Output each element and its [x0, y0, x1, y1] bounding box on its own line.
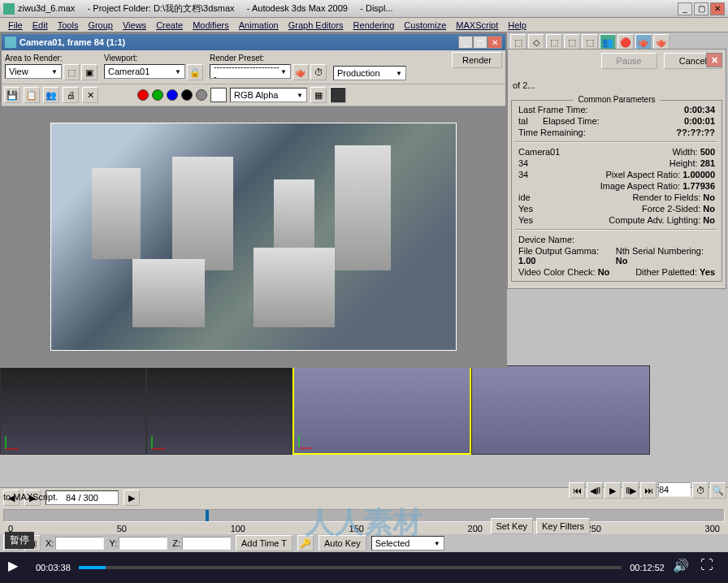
value: No: [703, 192, 715, 202]
clone-icon[interactable]: 👥: [43, 87, 59, 103]
viewport-left[interactable]: [0, 365, 146, 455]
render-progress-panel: ✕ Pause Cancel of 2... Common Parameters…: [507, 49, 726, 289]
label: Device Name:: [518, 235, 574, 244]
setkey-button[interactable]: Set Key: [491, 518, 534, 534]
prev-frame-icon[interactable]: ◀Ⅱ: [587, 482, 603, 499]
autokey-button[interactable]: Auto Key: [318, 535, 366, 551]
tool-icon[interactable]: 👥: [600, 34, 616, 50]
volume-icon[interactable]: 🔊: [673, 558, 692, 577]
minimize-button[interactable]: _: [678, 2, 692, 15]
next-icon[interactable]: ▶: [124, 490, 140, 506]
close-button[interactable]: ✕: [710, 2, 725, 15]
print-icon[interactable]: 🖨: [63, 87, 79, 103]
blue-channel-icon[interactable]: [167, 89, 178, 101]
teapot-icon[interactable]: 🫖: [653, 34, 670, 50]
toggle-icon[interactable]: [330, 87, 346, 103]
mono-channel-icon[interactable]: [196, 89, 207, 101]
menu-group[interactable]: Group: [83, 20, 118, 30]
z-input[interactable]: [182, 537, 231, 550]
keyfilters-button[interactable]: Key Filters: [536, 518, 590, 534]
menu-tools[interactable]: Tools: [53, 20, 84, 30]
color-swatch[interactable]: [210, 88, 227, 102]
menu-maxscript[interactable]: MAXScript: [451, 20, 503, 30]
selected-dropdown[interactable]: Selected▼: [371, 536, 444, 551]
tool-icon[interactable]: ⬚: [510, 34, 526, 50]
render-maximize-button[interactable]: ▢: [473, 36, 488, 49]
addtime-button[interactable]: Add Time T: [236, 535, 292, 551]
status-line: to MAXScript.: [3, 492, 58, 502]
value: 1.00: [518, 256, 535, 266]
teapot-icon[interactable]: 🫖: [635, 34, 652, 50]
production-dropdown[interactable]: Production▼: [333, 66, 406, 80]
copy-icon[interactable]: 📋: [24, 87, 40, 103]
save-icon[interactable]: 💾: [4, 87, 20, 103]
menu-grapheditors[interactable]: Graph Editors: [284, 20, 349, 30]
total-time: 00:12:52: [630, 563, 665, 572]
area-dropdown[interactable]: View▼: [5, 64, 62, 79]
menu-create[interactable]: Create: [151, 20, 188, 30]
overlay-icon[interactable]: ▦: [310, 87, 327, 103]
label: tal Elapsed Time:: [518, 116, 600, 126]
viewport-value: Camera01: [108, 67, 150, 76]
viewport-front[interactable]: [146, 365, 292, 455]
value: ??:??:??: [676, 127, 715, 137]
axis-icon: [297, 434, 314, 450]
track-ticks: 0 50 100 150 200 250 300: [0, 524, 728, 533]
viewport-camera-selected[interactable]: [292, 365, 471, 455]
tool-icon[interactable]: ⬚: [582, 34, 598, 50]
pause-button[interactable]: Pause: [601, 53, 657, 69]
filename: ziwu3d_6.max: [18, 3, 75, 13]
x-input[interactable]: [55, 537, 104, 550]
viewport-dropdown[interactable]: Camera01▼: [104, 64, 185, 79]
menu-modifiers[interactable]: Modifiers: [188, 20, 234, 30]
goto-end-icon[interactable]: ⏭: [640, 482, 656, 499]
next-frame-icon[interactable]: Ⅱ▶: [622, 482, 639, 499]
viewport-perspective[interactable]: [471, 365, 650, 455]
video-progress-fill: [79, 566, 106, 569]
setkey-row: Set Key Key Filters: [491, 518, 591, 534]
menu-customize[interactable]: Customize: [399, 20, 451, 30]
progress-close-button[interactable]: ✕: [706, 53, 722, 67]
clock-icon[interactable]: ⏱: [310, 64, 327, 80]
tool-icon[interactable]: ◇: [528, 34, 544, 50]
render-frame-window: Camera01, frame 84 (1:1) _ ▢ ✕ Render Ar…: [0, 32, 507, 368]
viewports: [0, 365, 707, 463]
menu-animation[interactable]: Animation: [234, 20, 284, 30]
lock-icon[interactable]: 🔒: [187, 64, 203, 80]
menu-rendering[interactable]: Rendering: [349, 20, 400, 30]
channel-dropdown[interactable]: RGB Alpha▼: [230, 88, 307, 102]
maximize-button[interactable]: ▢: [694, 2, 708, 15]
alpha-channel-icon[interactable]: [181, 89, 193, 101]
video-progress-bar[interactable]: [79, 566, 622, 569]
play-icon[interactable]: ▶: [604, 482, 621, 499]
menu-views[interactable]: Views: [118, 20, 151, 30]
render-minimize-button[interactable]: _: [458, 36, 473, 49]
app-name: - Autodesk 3ds Max 2009: [247, 3, 348, 13]
channel-value: RGB Alpha: [234, 90, 278, 100]
render-button[interactable]: Render: [452, 52, 502, 68]
render-close-button[interactable]: ✕: [488, 36, 502, 49]
time-config-icon[interactable]: ⏱: [692, 482, 708, 499]
red-channel-icon[interactable]: [137, 89, 149, 101]
y-input[interactable]: [119, 537, 167, 550]
preset-value: -----------------------: [214, 62, 280, 81]
goto-start-icon[interactable]: ⏮: [569, 482, 585, 499]
region-icon[interactable]: ▣: [81, 64, 98, 80]
teapot-icon[interactable]: 🫖: [292, 64, 309, 80]
preset-dropdown[interactable]: -----------------------▼: [210, 64, 291, 79]
fullscreen-icon[interactable]: ⛶: [700, 558, 720, 577]
menu-edit[interactable]: Edit: [28, 20, 53, 30]
menu-help[interactable]: Help: [503, 20, 531, 30]
zoom-icon[interactable]: 🔍: [710, 482, 726, 499]
region-icon[interactable]: ⬚: [63, 64, 80, 80]
render-titlebar: Camera01, frame 84 (1:1) _ ▢ ✕: [2, 34, 505, 50]
menu-file[interactable]: File: [3, 20, 28, 30]
frame-input[interactable]: [658, 482, 691, 497]
tool-icon[interactable]: ⬚: [564, 34, 580, 50]
tool-icon[interactable]: ⬚: [546, 34, 562, 50]
key-icon[interactable]: 🔑: [297, 535, 314, 551]
play-pause-button[interactable]: ▶: [8, 558, 28, 577]
tool-icon[interactable]: 🔴: [618, 34, 634, 50]
delete-icon[interactable]: ✕: [82, 87, 98, 103]
green-channel-icon[interactable]: [152, 89, 163, 101]
